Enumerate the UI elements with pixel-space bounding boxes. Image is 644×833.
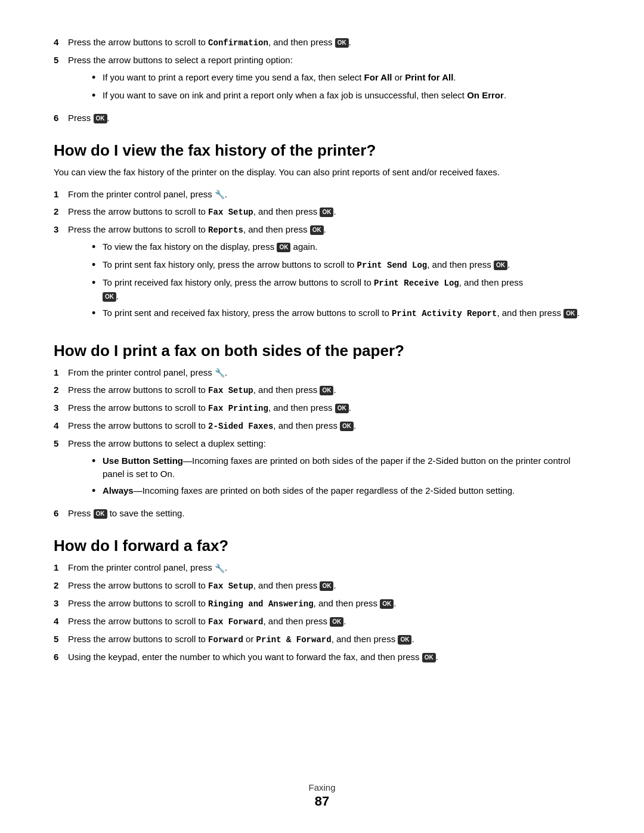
ok-badge: OK bbox=[103, 292, 116, 302]
ok-badge: OK bbox=[398, 635, 411, 645]
s1-step3-bullets: • To view the fax history on the display… bbox=[92, 240, 590, 321]
code-fax-forward: Fax Forward bbox=[208, 617, 263, 627]
ok-badge: OK bbox=[94, 509, 107, 519]
section1-title: How do I view the fax history of the pri… bbox=[54, 141, 590, 160]
code-print-forward: Print & Forward bbox=[256, 635, 332, 645]
bullet-print-receive-log: • To print received fax history only, pr… bbox=[92, 276, 590, 304]
ok-badge: OK bbox=[494, 261, 507, 270]
code-print-receive-log: Print Receive Log bbox=[374, 278, 459, 288]
ok-badge: OK bbox=[310, 225, 324, 235]
bullet-always: • Always—Incoming faxes are printed on b… bbox=[92, 484, 590, 499]
wrench-icon: 🔧 bbox=[215, 367, 225, 379]
code-confirmation: Confirmation bbox=[208, 38, 268, 48]
s3-step-1: 1 From the printer control panel, press … bbox=[54, 561, 590, 575]
ok-badge: OK bbox=[422, 653, 436, 662]
code-fax-setup2: Fax Setup bbox=[208, 386, 253, 395]
code-forward: Forward bbox=[208, 635, 243, 645]
s2-step-1: 1 From the printer control panel, press … bbox=[54, 366, 590, 380]
bullet-for-all: • If you want to print a report every ti… bbox=[92, 71, 590, 86]
section3-steps: 1 From the printer control panel, press … bbox=[54, 561, 590, 664]
s2-step-6: 6 Press OK to save the setting. bbox=[54, 507, 590, 521]
footer-label: Faxing bbox=[0, 782, 644, 792]
ok-badge: OK bbox=[335, 38, 349, 48]
code-print-activity: Print Activity Report bbox=[392, 309, 497, 318]
ok-badge: OK bbox=[330, 617, 343, 627]
ok-badge: OK bbox=[380, 599, 394, 609]
section2-title: How do I print a fax on both sides of th… bbox=[54, 342, 590, 360]
ok-badge: OK bbox=[564, 309, 577, 318]
bullet-use-button: • Use Button Setting—Incoming faxes are … bbox=[92, 454, 590, 481]
section1-steps: 1 From the printer control panel, press … bbox=[54, 188, 590, 325]
s3-step-3: 3 Press the arrow buttons to scroll to R… bbox=[54, 597, 590, 611]
s3-step-6: 6 Using the keypad, enter the number to … bbox=[54, 651, 590, 664]
section3-title: How do I forward a fax? bbox=[54, 537, 590, 555]
bullet-print-activity: • To print sent and received fax history… bbox=[92, 306, 590, 321]
footer: Faxing 87 bbox=[0, 782, 644, 809]
top-steps-list: 4 Press the arrow buttons to scroll to C… bbox=[54, 36, 590, 125]
s1-step-3: 3 Press the arrow buttons to scroll to R… bbox=[54, 223, 590, 325]
bullet-on-error: • If you want to save on ink and print a… bbox=[92, 89, 590, 104]
s3-step-2: 2 Press the arrow buttons to scroll to F… bbox=[54, 579, 590, 593]
step-5: 5 Press the arrow buttons to select a re… bbox=[54, 54, 590, 107]
code-print-send-log: Print Send Log bbox=[357, 261, 428, 270]
step-4: 4 Press the arrow buttons to scroll to C… bbox=[54, 36, 590, 49]
code-fax-printing: Fax Printing bbox=[208, 404, 268, 413]
ok-badge: OK bbox=[335, 404, 349, 413]
s2-step-5: 5 Press the arrow buttons to select a du… bbox=[54, 437, 590, 503]
code-reports: Reports bbox=[208, 225, 243, 235]
bullet-print-send-log: • To print sent fax history only, press … bbox=[92, 258, 590, 273]
section1-intro: You can view the fax history of the prin… bbox=[54, 166, 590, 179]
s3-step-4: 4 Press the arrow buttons to scroll to F… bbox=[54, 615, 590, 628]
code-2sided: 2-Sided Faxes bbox=[208, 422, 273, 431]
page: 4 Press the arrow buttons to scroll to C… bbox=[0, 0, 644, 833]
section2-steps: 1 From the printer control panel, press … bbox=[54, 366, 590, 521]
ok-badge: OK bbox=[320, 208, 333, 217]
code-fax-setup3: Fax Setup bbox=[208, 581, 253, 591]
step-6-top: 6 Press OK. bbox=[54, 112, 590, 125]
s3-step-5: 5 Press the arrow buttons to scroll to F… bbox=[54, 633, 590, 646]
s2-step-3: 3 Press the arrow buttons to scroll to F… bbox=[54, 401, 590, 415]
s1-step-1: 1 From the printer control panel, press … bbox=[54, 188, 590, 202]
ok-badge: OK bbox=[320, 386, 333, 395]
code-ringing: Ringing and Answering bbox=[208, 599, 313, 609]
ok-badge: OK bbox=[277, 243, 290, 252]
step-5-bullets: • If you want to print a report every ti… bbox=[92, 71, 590, 104]
wrench-icon: 🔧 bbox=[215, 188, 225, 201]
footer-page: 87 bbox=[315, 794, 329, 809]
wrench-icon: 🔧 bbox=[215, 562, 225, 575]
bullet-view-history: • To view the fax history on the display… bbox=[92, 240, 590, 255]
s2-step5-bullets: • Use Button Setting—Incoming faxes are … bbox=[92, 454, 590, 499]
s1-step-2: 2 Press the arrow buttons to scroll to F… bbox=[54, 205, 590, 219]
ok-badge: OK bbox=[340, 422, 354, 431]
code-fax-setup: Fax Setup bbox=[208, 208, 253, 217]
s2-step-4: 4 Press the arrow buttons to scroll to 2… bbox=[54, 419, 590, 433]
ok-badge: OK bbox=[94, 114, 107, 123]
s2-step-2: 2 Press the arrow buttons to scroll to F… bbox=[54, 383, 590, 397]
ok-badge: OK bbox=[320, 581, 333, 591]
